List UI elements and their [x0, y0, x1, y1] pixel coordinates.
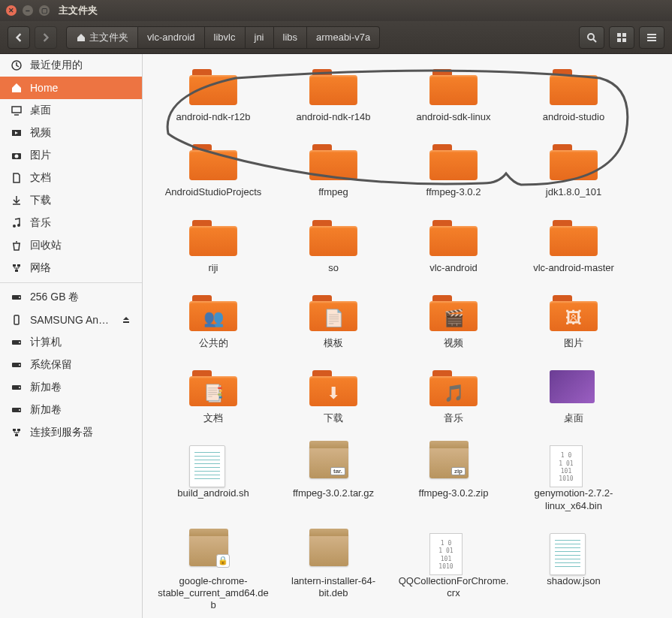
folder-icon [550, 220, 598, 256]
file-item[interactable]: 📑文档 [153, 370, 273, 424]
file-item[interactable]: 📄模板 [273, 295, 393, 349]
sidebar-item-connect[interactable]: 连接到服务器 [0, 421, 142, 444]
svg-rect-17 [13, 264, 16, 267]
sidebar-item-label: Home [30, 82, 131, 94]
sidebar-item-recent[interactable]: 最近使用的 [0, 54, 142, 77]
breadcrumb-segment[interactable]: libs [274, 26, 308, 49]
svg-point-24 [19, 342, 20, 343]
download-icon [11, 194, 23, 207]
search-button[interactable] [579, 26, 604, 49]
file-item[interactable]: jdk1.8.0_101 [514, 144, 634, 198]
nav-back-button[interactable] [8, 26, 30, 49]
file-item-label: shadow.json [547, 575, 601, 587]
disk-icon [11, 381, 23, 393]
svg-point-26 [19, 364, 20, 366]
file-item[interactable]: lantern-installer-64-bit.deb [273, 533, 393, 612]
view-toggle-button[interactable] [609, 26, 634, 49]
file-item[interactable]: so [273, 220, 393, 274]
breadcrumb-home-label: 主文件夹 [89, 31, 128, 44]
sidebar-item-newvol1[interactable]: 新加卷 [0, 376, 142, 399]
window-maximize-button[interactable]: ▢ [39, 5, 50, 16]
file-item[interactable]: 🎬视频 [393, 295, 514, 349]
file-item-label: vlc-android-master [533, 262, 614, 274]
eject-icon[interactable] [121, 315, 131, 325]
sidebar-item-videos[interactable]: 视频 [0, 122, 142, 144]
svg-line-1 [593, 39, 596, 42]
file-item[interactable]: android-sdk-linux [393, 69, 514, 123]
file-item[interactable]: shadow.json [514, 533, 634, 612]
music-icon [11, 217, 23, 229]
file-item[interactable]: ⬇下载 [273, 370, 393, 424]
nav-forward-button[interactable] [35, 26, 57, 49]
breadcrumb-segment[interactable]: libvlc [205, 26, 246, 49]
sidebar-item-samsung[interactable]: SAMSUNG And… [0, 309, 142, 331]
folder-icon [309, 220, 357, 256]
folder-icon: 📄 [309, 295, 357, 331]
file-item[interactable]: zipffmpeg-3.0.2.zip [393, 445, 514, 512]
sidebar-item-reserved[interactable]: 系统保留 [0, 354, 142, 376]
window-minimize-button[interactable]: ‒ [23, 5, 33, 16]
breadcrumb-segment[interactable]: vlc-android [138, 26, 205, 49]
network-icon [11, 427, 23, 439]
folder-icon [429, 144, 478, 180]
breadcrumb-segment[interactable]: armeabi-v7a [307, 26, 380, 49]
file-item[interactable]: vlc-android [393, 220, 514, 274]
file-item[interactable]: riji [153, 220, 273, 274]
file-item-label: so [328, 262, 339, 274]
home-icon [76, 32, 86, 43]
file-item[interactable]: vlc-android-master [514, 220, 634, 274]
file-item-label: ffmpeg-3.0.2 [426, 186, 481, 198]
disk-icon [11, 359, 23, 371]
text-file-icon [189, 445, 225, 487]
sidebar-item-label: 文档 [30, 171, 131, 185]
desktop-icon [550, 370, 595, 403]
chevron-right-icon [41, 33, 50, 42]
file-item-label: jdk1.8.0_101 [546, 186, 601, 198]
file-item[interactable]: 🖼图片 [514, 295, 634, 349]
file-item[interactable]: ffmpeg-3.0.2 [393, 144, 514, 198]
file-item-label: riji [209, 262, 218, 274]
file-item[interactable]: 桌面 [514, 370, 634, 424]
sidebar-item-pictures[interactable]: 图片 [0, 144, 142, 167]
file-item[interactable]: 🔒google-chrome-stable_current_amd64.deb [153, 533, 273, 612]
sidebar-item-home[interactable]: Home [0, 77, 142, 99]
sidebar-item-documents[interactable]: 文档 [0, 167, 142, 189]
sidebar-item-network-browse[interactable]: 网络 [0, 257, 142, 279]
file-item[interactable]: android-studio [514, 69, 634, 123]
file-item-label: vlc-android [429, 262, 478, 274]
file-item[interactable]: android-ndk-r14b [273, 69, 393, 123]
file-item[interactable]: android-ndk-r12b [153, 69, 273, 123]
camera-icon [11, 149, 23, 161]
svg-point-16 [17, 224, 20, 227]
sidebar-item-label: 新加卷 [30, 381, 131, 394]
file-item[interactable]: tar.ffmpeg-3.0.2.tar.gz [273, 445, 393, 512]
file-item[interactable]: build_android.sh [153, 445, 273, 512]
file-item[interactable]: AndroidStudioProjects [153, 144, 273, 198]
window-close-button[interactable]: ✕ [6, 5, 17, 16]
text-file-icon [550, 533, 586, 575]
sidebar-item-vol256[interactable]: 256 GB 卷 [0, 286, 142, 309]
file-item[interactable]: ffmpeg [273, 144, 393, 198]
sidebar-item-desktop[interactable]: 桌面 [0, 99, 142, 122]
content-area[interactable]: android-ndk-r12bandroid-ndk-r14bandroid-… [143, 54, 672, 618]
file-item[interactable]: 🎵音乐 [393, 370, 514, 424]
sidebar-item-computer[interactable]: 计算机 [0, 331, 142, 354]
file-item[interactable]: 👥公共的 [153, 295, 273, 349]
breadcrumb-home[interactable]: 主文件夹 [66, 26, 138, 49]
file-item[interactable]: 1 01 011011010genymotion-2.7.2-linux_x64… [514, 445, 634, 512]
search-icon [586, 32, 598, 44]
folder-icon [429, 220, 478, 256]
breadcrumb-segment[interactable]: jni [246, 26, 274, 49]
file-item-label: 桌面 [564, 412, 583, 424]
svg-rect-22 [14, 315, 19, 324]
file-item-label: android-sdk-linux [417, 111, 491, 123]
file-item[interactable]: 1 01 011011010QQCollectionForChrome.crx [393, 533, 514, 612]
menu-button[interactable] [639, 26, 664, 49]
folder-icon [189, 220, 237, 256]
sidebar-item-trash[interactable]: 回收站 [0, 234, 142, 257]
sidebar-item-downloads[interactable]: 下载 [0, 189, 142, 212]
sidebar-item-newvol2[interactable]: 新加卷 [0, 399, 142, 421]
disk-icon [11, 291, 23, 303]
sidebar-item-music[interactable]: 音乐 [0, 212, 142, 234]
file-item-label: android-ndk-r12b [176, 111, 250, 123]
